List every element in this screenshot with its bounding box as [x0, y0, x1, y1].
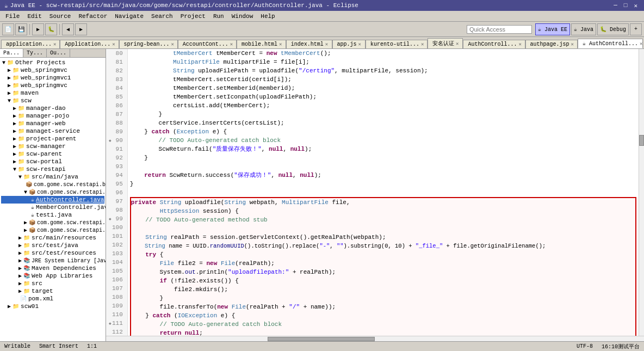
tree-maven-deps[interactable]: ▶ 📚 Maven Dependencies — [1, 264, 104, 272]
code-line-99: // TODO Auto-generated method stub — [131, 215, 635, 224]
tree-project-parent[interactable]: ▶ 📁 project-parent — [1, 135, 104, 143]
status-position: 1:1 — [87, 343, 97, 349]
code-line-87: } — [130, 110, 636, 119]
tree-pkg-service[interactable]: ▶ 📦 com.gome.scw.restapi.service — [1, 219, 104, 226]
code-line-98: HttpSession session) { — [131, 207, 635, 215]
tree-src-main-resources[interactable]: ▶ 📁 src/main/resources — [1, 234, 104, 242]
tree-test1-java[interactable]: ☕ test1.java — [1, 211, 104, 219]
title-text: Java EE - scw-restapi/src/main/java/com/… — [10, 2, 358, 9]
horizontal-scrollbar[interactable] — [106, 336, 644, 341]
tree-managet-service[interactable]: ▶ 📁 managet-service — [1, 127, 104, 135]
tree-scw-manager[interactable]: ▶ 📁 scw-manager — [1, 143, 104, 150]
code-line-81: MultipartFile multipartFile = file[i]; — [130, 58, 636, 66]
menu-project[interactable]: Project — [177, 13, 209, 20]
quick-access-input[interactable] — [467, 25, 532, 34]
tree-auth-controller[interactable]: ☕ AuthController.java — [1, 196, 104, 204]
tree-pom-xml[interactable]: 📄 pom.xml — [1, 295, 104, 303]
tree-pkg-bean[interactable]: 📦 com.gome.scw.restapi.bean — [1, 181, 104, 188]
line-num-83: 83 — [108, 75, 125, 84]
tree-scw-parent[interactable]: ▶ 📁 scw-parent — [1, 150, 104, 158]
menu-file[interactable]: File — [2, 13, 23, 20]
menu-search[interactable]: Search — [148, 13, 176, 20]
tab-auth-cert[interactable]: 安名认证✕ — [428, 38, 463, 48]
menu-run[interactable]: Run — [210, 13, 227, 20]
tree-jre-library[interactable]: ▶ 📚 JRE System Library [JavaSE-1.7] — [1, 257, 104, 264]
tab-auth-controller2[interactable]: ☕ AuthControll...✕ — [578, 39, 643, 48]
run-btn[interactable]: ▶ — [32, 23, 44, 35]
code-editor[interactable]: tMemberCert tMemberCert = new tMemberCer… — [128, 49, 639, 336]
line-num-91: 91 — [108, 145, 125, 153]
tab-auth-controller1[interactable]: AuthControll...✕ — [463, 40, 525, 48]
code-line-96 — [130, 188, 636, 197]
tree-web-app-libs[interactable]: ▶ 📚 Web App Libraries — [1, 272, 104, 280]
back-btn[interactable]: ◀ — [62, 23, 74, 35]
java-ee-perspective[interactable]: ☕ Java EE — [535, 23, 570, 35]
tab-mobile-html[interactable]: mobile.html✕ — [237, 40, 286, 48]
tree-src-main-java[interactable]: ▼ 📁 src/main/java — [1, 173, 104, 181]
minimize-btn[interactable]: ─ — [611, 2, 620, 9]
menu-navigate[interactable]: Navigate — [112, 13, 147, 20]
line-num-105: 105 — [108, 267, 125, 275]
add-perspective[interactable]: + — [630, 23, 642, 35]
code-line-91: ScwReturn.fail("质量保存失败！", null, null); — [130, 145, 636, 153]
tab-authpage-jsp[interactable]: authpage.jsp✕ — [525, 40, 578, 48]
tree-maven[interactable]: ▶ 📁 maven — [1, 89, 104, 97]
tree-member-controller[interactable]: ☕ MemberController.java — [1, 204, 104, 211]
maximize-btn[interactable]: □ — [622, 2, 630, 9]
tree-scw[interactable]: ▼ 📁 scw — [1, 97, 104, 104]
tree-manager-web[interactable]: ▶ 📁 manager-web — [1, 120, 104, 127]
tab-application1[interactable]: application...✕ — [1, 40, 60, 48]
line-num-93: 93 — [108, 162, 125, 171]
code-line-90: // TODO Auto-generated catch block — [130, 136, 636, 145]
debug-perspective[interactable]: 🐛 Debug — [597, 23, 629, 35]
vertical-scrollbar[interactable] — [639, 49, 644, 336]
tab-app-js[interactable]: app.js✕ — [332, 40, 366, 48]
menu-help[interactable]: Help — [257, 13, 278, 20]
debug-btn[interactable]: 🐛 — [45, 23, 57, 35]
panel-tab-types[interactable]: Ty... — [23, 49, 47, 57]
tree-src-test-resources[interactable]: ▶ 📁 src/test/resources — [1, 249, 104, 257]
tree-scw01[interactable]: ▶ 📁 scw01 — [1, 303, 104, 310]
tree-manager-dao[interactable]: ▶ 📁 manager-dao — [1, 104, 104, 112]
menu-edit[interactable]: Edit — [24, 13, 45, 20]
tree-web-springmvc1b[interactable]: ▶ 📁 web_springmvc1 — [1, 74, 104, 82]
left-panel-tabs: Pa... Ty... Ou... — [0, 49, 106, 58]
code-line-80: tMemberCert tMemberCert = new tMemberCer… — [130, 49, 636, 58]
tab-account-cont[interactable]: AccountCont...✕ — [178, 40, 237, 48]
new-btn[interactable]: 📄 — [2, 23, 14, 35]
code-container[interactable]: 80 81 82 83 84 85 86 87 88 89 ⬥ 90 91 92… — [106, 49, 644, 336]
line-num-90: ⬥ 90 — [108, 136, 125, 145]
menu-source[interactable]: Source — [46, 13, 75, 20]
project-tree: ▼ 📁 Other Projects ▶ 📁 web_springmvc ▶ 📁… — [0, 58, 106, 341]
code-line-104: File file2 = new File(realPath); — [131, 259, 635, 268]
tree-web-springmvc1[interactable]: ▶ 📁 web_springmvc — [1, 66, 104, 74]
save-btn[interactable]: 💾 — [15, 23, 27, 35]
code-line-95: } — [130, 180, 636, 188]
tree-other-projects[interactable]: ▼ 📁 Other Projects — [1, 59, 104, 66]
tab-spring-bean[interactable]: spring-bean...✕ — [119, 40, 178, 48]
panel-tab-packages[interactable]: Pa... — [0, 49, 23, 57]
tab-index-html[interactable]: index.html✕ — [286, 40, 332, 48]
tree-pkg-controller[interactable]: ▼ 📦 com.gome.scw.restapi.controller — [1, 188, 104, 196]
tree-src-test-java[interactable]: ▶ 📁 src/test/java — [1, 242, 104, 249]
fwd-btn[interactable]: ▶ — [75, 23, 87, 35]
menu-bar: File Edit Source Refactor Navigate Searc… — [0, 11, 644, 22]
toolbar: 📄 💾 ▶ 🐛 ◀ ▶ ☕ Java EE ☕ Java 🐛 Debug + — [0, 22, 644, 37]
menu-window[interactable]: Window — [228, 13, 257, 20]
tab-kurento[interactable]: kurento-util...✕ — [366, 40, 428, 48]
line-num-81: 81 — [108, 58, 125, 66]
tree-web-springmvc2[interactable]: ▶ 📁 web_springmvc — [1, 82, 104, 89]
tab-application2[interactable]: Application...✕ — [60, 40, 119, 48]
close-btn[interactable]: ✕ — [631, 2, 640, 9]
tree-src[interactable]: ▶ 📁 src — [1, 280, 104, 287]
tree-pkg-service-im[interactable]: ▶ 📦 com.gome.scw.restapi.service.im — [1, 226, 104, 234]
java-perspective[interactable]: ☕ Java — [571, 23, 596, 35]
menu-refactor[interactable]: Refactor — [75, 13, 110, 20]
tree-target[interactable]: ▶ 📁 target — [1, 287, 104, 295]
tree-manager-pojo[interactable]: ▶ 📁 manager-pojo — [1, 112, 104, 120]
tree-scw-restapi[interactable]: ▼ 📁 scw-restapi — [1, 165, 104, 173]
panel-tab-outline[interactable]: Ou... — [47, 49, 70, 57]
code-line-101: String realPath = session.getServletCont… — [131, 233, 635, 242]
tree-scw-portal[interactable]: ▶ 📁 scw-portal — [1, 158, 104, 165]
app-icon: ☕ — [4, 2, 8, 9]
